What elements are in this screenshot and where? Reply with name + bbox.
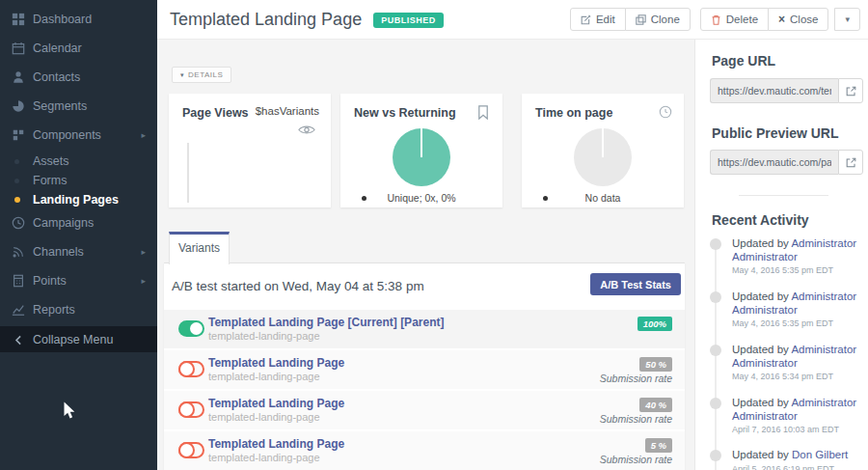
publish-toggle-off[interactable] xyxy=(178,361,204,377)
sidebar-item-segments[interactable]: Segments xyxy=(0,95,157,118)
public-preview-url-heading: Public Preview URL xyxy=(712,125,838,141)
publish-toggle-off[interactable] xyxy=(178,401,204,418)
chevron-left-icon xyxy=(13,333,25,346)
close-x-icon: × xyxy=(778,13,785,26)
sidebar-item-label: Landing Pages xyxy=(33,193,119,207)
page-url-input[interactable] xyxy=(710,78,838,103)
sidebar-item-landing-pages[interactable]: Landing Pages xyxy=(0,188,157,211)
right-sidebar: Page URL Public Preview URL Recent Activ… xyxy=(694,40,868,470)
edit-button[interactable]: Edit xyxy=(570,8,626,31)
page-url-group xyxy=(710,78,863,103)
sidebar: Dashboard Calendar Contacts Segments Com… xyxy=(0,0,157,470)
activity-date: April 7, 2016 10:03 am EDT xyxy=(732,425,859,434)
page-title: Templated Landing Page xyxy=(170,10,362,30)
sidebar-item-dashboard[interactable]: Dashboard xyxy=(0,8,157,31)
caret-down-icon: ▾ xyxy=(180,71,184,79)
weight-badge: 50 % xyxy=(639,357,672,372)
activity-date: May 4, 2016 5:35 pm EDT xyxy=(732,265,859,275)
more-actions-dropdown-button[interactable]: ▾ xyxy=(834,8,860,31)
variant-link[interactable]: Templated Landing Page xyxy=(208,356,344,370)
timeline-dot xyxy=(710,291,721,303)
card-title: Page Views xyxy=(182,106,249,120)
sidebar-item-label: Points xyxy=(33,274,67,288)
delete-button[interactable]: Delete xyxy=(700,8,769,31)
clock-icon xyxy=(659,105,672,120)
bullet-icon xyxy=(14,159,19,164)
sidebar-item-campaigns[interactable]: Campaigns xyxy=(0,211,157,235)
sidebar-item-label: Calendar xyxy=(33,41,82,55)
variants-panel: A/B test started on Wed, May 04 at 5:38 … xyxy=(164,263,685,470)
card-title: Time on page xyxy=(535,106,612,120)
activity-timeline-line xyxy=(715,244,717,470)
sidebar-item-channels[interactable]: Channels ▸ xyxy=(0,240,157,263)
blocks-icon xyxy=(12,128,25,142)
activity-date: April 5, 2016 6:19 pm EDT xyxy=(732,464,859,470)
chart-legend: Unique; 0x, 0% xyxy=(340,192,502,204)
tab-variants[interactable]: Variants xyxy=(169,232,230,264)
sidebar-item-label: Reports xyxy=(33,303,75,317)
open-preview-url-button[interactable] xyxy=(838,150,863,175)
variant-slug: templated-landing-page xyxy=(208,452,320,463)
submission-rate-label: Submission rate xyxy=(600,373,672,384)
publish-toggle-on[interactable] xyxy=(178,320,204,337)
chevron-right-icon: ▸ xyxy=(141,247,146,257)
weight-badge: 40 % xyxy=(639,398,672,412)
ab-test-status-text: A/B test started on Wed, May 04 at 5:38 … xyxy=(172,279,424,293)
dashboard-grid-icon xyxy=(12,13,25,26)
timeline-dot xyxy=(710,238,721,250)
sidebar-item-label: Contacts xyxy=(33,70,80,84)
bookmark-icon[interactable] xyxy=(477,105,491,120)
variant-slug: templated-landing-page xyxy=(208,371,320,382)
broadcast-icon xyxy=(12,245,25,259)
line-chart-icon xyxy=(12,303,25,317)
user-link[interactable]: Don Gilbert xyxy=(792,449,848,460)
activity-date: May 4, 2016 5:34 pm EDT xyxy=(732,372,859,381)
header-toolbar: Edit Clone Delete × Close ▾ xyxy=(570,8,860,31)
variant-link[interactable]: Templated Landing Page xyxy=(208,397,344,410)
activity-date: May 4, 2016 5:35 pm EDT xyxy=(732,318,859,328)
sidebar-item-label: Components xyxy=(33,128,101,142)
weight-badge: 5 % xyxy=(645,438,672,453)
sidebar-item-reports[interactable]: Reports xyxy=(0,298,157,321)
recent-activity-heading: Recent Activity xyxy=(712,212,809,228)
status-badge: PUBLISHED xyxy=(373,13,444,28)
mouse-cursor xyxy=(63,401,77,425)
collapse-menu-button[interactable]: Collapse Menu xyxy=(0,326,157,352)
preview-url-group xyxy=(710,150,863,175)
variant-row: Templated Landing Page templated-landing… xyxy=(164,391,685,429)
clone-button[interactable]: Clone xyxy=(625,8,691,31)
sidebar-item-label: Assets xyxy=(33,154,69,168)
activity-entry: Updated by Administrator Administrator M… xyxy=(732,344,859,381)
active-bullet-icon xyxy=(14,197,20,203)
submission-rate-label: Submission rate xyxy=(600,413,672,425)
open-page-url-button[interactable] xyxy=(838,78,863,103)
eye-icon[interactable] xyxy=(298,122,315,132)
sidebar-item-label: Campaigns xyxy=(33,216,94,230)
sidebar-item-label: Dashboard xyxy=(33,13,92,26)
sidebar-item-label: Segments xyxy=(33,99,87,113)
sidebar-item-calendar[interactable]: Calendar xyxy=(0,37,157,60)
pie-chart-time-on-page xyxy=(574,128,632,186)
activity-entry: Updated by Administrator Administrator A… xyxy=(732,397,859,434)
activity-entry: Updated by Don Gilbert April 5, 2016 6:1… xyxy=(732,449,859,470)
variant-link[interactable]: Templated Landing Page xyxy=(208,437,344,451)
preview-url-input[interactable] xyxy=(710,150,838,175)
bullet-icon xyxy=(14,179,19,183)
timeline-dot xyxy=(710,398,721,409)
page-header: Templated Landing Page PUBLISHED Edit Cl… xyxy=(157,0,868,40)
variant-link[interactable]: Templated Landing Page [Current] [Parent… xyxy=(208,316,444,329)
sidebar-item-points[interactable]: Points ▸ xyxy=(0,269,157,292)
sidebar-item-components[interactable]: Components ▸ xyxy=(0,124,157,147)
sidebar-item-contacts[interactable]: Contacts xyxy=(0,66,157,89)
empty-chart-axis xyxy=(187,143,189,203)
publish-toggle-off[interactable] xyxy=(178,442,204,458)
details-toggle-button[interactable]: ▾ DETAILS xyxy=(172,67,231,83)
clock-icon xyxy=(12,216,25,230)
variant-row: Templated Landing Page templated-landing… xyxy=(164,350,685,389)
chart-legend: No data xyxy=(522,192,684,204)
ab-test-stats-button[interactable]: A/B Test Stats xyxy=(590,273,681,295)
has-variants-overlay: $hasVariants xyxy=(256,105,319,117)
divider xyxy=(739,195,828,196)
close-button[interactable]: × Close xyxy=(768,8,828,31)
pencil-icon xyxy=(581,14,591,25)
